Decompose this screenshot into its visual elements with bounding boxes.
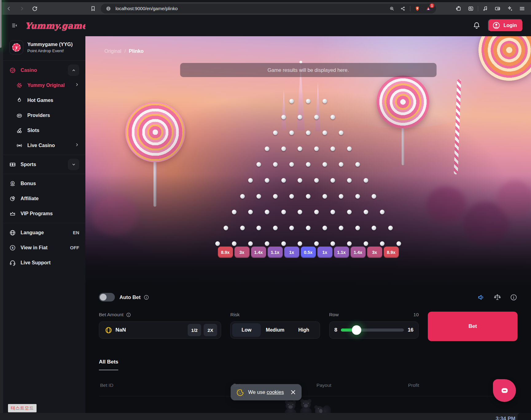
sidebar-item-view-in-fiat[interactable]: $ View in Fiat OFF xyxy=(3,240,85,255)
row-slider-track[interactable] xyxy=(341,329,404,332)
sidebar-item-vip-programs[interactable]: VIP Programs xyxy=(3,206,85,221)
peg xyxy=(347,210,352,214)
toolbar-right-cluster xyxy=(453,4,527,13)
bet-button[interactable]: Bet xyxy=(428,312,517,341)
sidebar-item-label: Bonus xyxy=(21,181,36,186)
sports-expand-button[interactable] xyxy=(68,159,79,170)
risk-option-high[interactable]: High xyxy=(289,323,318,337)
sidebar-item-bonus[interactable]: $ Bonus xyxy=(3,176,85,191)
chevron-up-icon xyxy=(71,68,76,73)
tab-all-bets[interactable]: All Bets xyxy=(99,359,118,370)
sound-icon[interactable] xyxy=(477,294,485,301)
close-icon[interactable] xyxy=(290,389,296,395)
deco-lollipop-left xyxy=(125,102,185,162)
share-icon[interactable] xyxy=(399,5,407,13)
brand-logo[interactable]: Yummy.game xyxy=(25,21,88,30)
headset-icon xyxy=(9,259,16,266)
sidebar-item-label: Casino xyxy=(21,68,37,73)
half-bet-button[interactable]: 1/2 xyxy=(188,324,201,336)
address-bar[interactable]: localhost:9000/en/game/plinko 1 xyxy=(101,4,436,14)
sidebar-item-hot-games[interactable]: Hot Games xyxy=(3,93,85,108)
window-top-strip xyxy=(0,0,531,2)
divider xyxy=(3,60,85,61)
peg xyxy=(306,130,310,135)
peg xyxy=(322,130,327,135)
peg xyxy=(339,130,343,135)
peg xyxy=(256,226,261,230)
sidebar-item-affiliate[interactable]: Affiliate xyxy=(3,191,85,206)
peg xyxy=(339,194,343,199)
globe-icon xyxy=(9,229,16,236)
auto-bet-info-icon[interactable] xyxy=(143,294,149,300)
cookies-link[interactable]: cookies xyxy=(267,389,284,395)
row-slider-thumb[interactable] xyxy=(352,325,361,335)
brave-shield-icon[interactable] xyxy=(413,5,421,13)
peg xyxy=(306,99,310,103)
breadcrumb-parent[interactable]: Original xyxy=(104,49,121,54)
sidebar-item-language[interactable]: Language EN xyxy=(3,225,85,240)
row-min: 8 xyxy=(334,327,337,333)
peg xyxy=(215,241,220,246)
peg xyxy=(322,99,327,103)
game-results-bar: Game results will be displayed here. xyxy=(180,63,436,77)
sidebar-item-label: Hot Games xyxy=(27,98,53,103)
url-text[interactable]: localhost:9000/en/game/plinko xyxy=(115,6,385,11)
sidebar-item-live-casino[interactable]: Live Casino xyxy=(3,138,85,153)
peg xyxy=(322,226,327,230)
sidebar-item-providers[interactable]: Providers xyxy=(3,108,85,123)
deco-tree xyxy=(92,196,138,236)
bookmark-icon[interactable] xyxy=(88,4,98,13)
breadcrumb-current: Plinko xyxy=(129,49,144,54)
notifications-bell-icon[interactable] xyxy=(473,21,481,29)
risk-option-medium[interactable]: Medium xyxy=(261,323,289,337)
fairness-scales-icon[interactable] xyxy=(494,294,501,301)
sidebar-item-sports[interactable]: Sports xyxy=(3,157,85,172)
reload-icon[interactable] xyxy=(29,4,40,13)
peg xyxy=(388,226,393,230)
sidebar-item-live-support[interactable]: Live Support xyxy=(3,255,85,270)
sidebar-item-label: Yummy Original xyxy=(27,83,65,88)
multiplier-slot-3x: 3x xyxy=(234,247,249,258)
sidebar-item-casino[interactable]: Casino xyxy=(3,63,85,78)
brave-rewards-icon[interactable]: 1 xyxy=(424,5,432,13)
extensions-icon[interactable] xyxy=(453,4,464,13)
sidebar-item-yummy-original[interactable]: Yummy Original xyxy=(3,78,85,93)
casino-collapse-button[interactable] xyxy=(68,64,79,76)
toggle-knob[interactable] xyxy=(100,294,107,301)
sidebar-item-label: Sports xyxy=(21,162,36,167)
bet-amount-card: 1/2 2X xyxy=(99,321,221,339)
site-info-icon[interactable] xyxy=(104,5,112,13)
sidebar-collapse-icon[interactable] xyxy=(9,21,20,30)
sports-field-icon xyxy=(9,161,16,168)
auto-bet-toggle[interactable] xyxy=(99,293,115,301)
crown-icon xyxy=(9,210,16,217)
login-button[interactable]: Login xyxy=(488,19,523,32)
double-bet-button[interactable]: 2X xyxy=(204,324,217,336)
back-icon[interactable] xyxy=(4,4,14,13)
leo-ai-icon[interactable] xyxy=(505,4,515,13)
page-scrollbar[interactable] xyxy=(0,15,3,420)
search-tabs-icon[interactable] xyxy=(466,4,476,13)
deco-tree xyxy=(426,187,466,224)
promo-card[interactable]: y Yummygame (YYG) Point Airdrop Event! xyxy=(3,36,85,59)
multiplier-slot-1x: 1x xyxy=(284,247,299,258)
game-info-icon[interactable] xyxy=(510,294,517,301)
scrollbar-thumb[interactable] xyxy=(0,0,2,48)
wallet-icon[interactable] xyxy=(492,4,503,13)
controls-top-row: Auto Bet xyxy=(99,292,517,302)
bet-amount-input[interactable] xyxy=(115,327,185,333)
cookie-icon xyxy=(236,388,244,396)
peg xyxy=(396,241,401,246)
media-icon[interactable] xyxy=(480,4,490,13)
sidebar-item-slots[interactable]: Slots xyxy=(3,123,85,138)
menu-icon[interactable] xyxy=(517,4,527,13)
peg xyxy=(281,241,286,246)
multiplier-slot-3x: 3x xyxy=(367,247,382,258)
zoom-page-icon[interactable] xyxy=(388,5,396,13)
risk-option-low[interactable]: Low xyxy=(232,323,261,337)
bet-amount-info-icon[interactable] xyxy=(126,312,131,317)
peg xyxy=(248,178,253,183)
forward-icon[interactable] xyxy=(17,4,27,13)
peg xyxy=(273,194,278,199)
live-chat-button[interactable] xyxy=(493,379,516,402)
